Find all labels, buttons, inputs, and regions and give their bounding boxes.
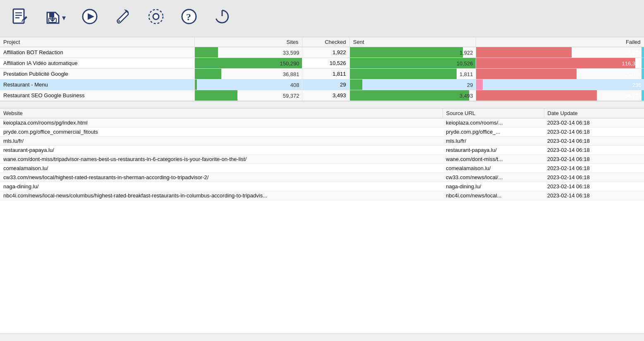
col-header-checked[interactable]: Checked bbox=[302, 37, 350, 47]
source-url-cell: cw33.com/news/local/... bbox=[443, 173, 544, 182]
top-hscrollbar[interactable] bbox=[0, 101, 644, 108]
sent-bar-cell: 3,493 bbox=[350, 90, 476, 101]
col-header-failed[interactable]: Failed bbox=[476, 37, 644, 47]
main-area: Project Sites Checked Sent Failed Affili… bbox=[0, 37, 644, 341]
svg-rect-5 bbox=[49, 12, 54, 17]
col-header-sent[interactable]: Sent bbox=[350, 37, 476, 47]
projects-section: Project Sites Checked Sent Failed Affili… bbox=[0, 37, 644, 101]
sites-bar-cell: 408 bbox=[194, 79, 302, 90]
quit-icon bbox=[213, 8, 231, 28]
project-name-cell: Restaurant SEO Google Business bbox=[0, 90, 194, 101]
tools-button[interactable] bbox=[106, 5, 139, 32]
list-item[interactable]: pryde.com.pg/office_commercial_fitoutspr… bbox=[0, 127, 644, 137]
list-item[interactable]: comealamaison.lu/comealamaison.lu/2023-0… bbox=[0, 164, 644, 173]
website-cell: naga-dining.lu/ bbox=[0, 182, 443, 191]
source-url-cell: naga-dining.lu/ bbox=[443, 182, 544, 191]
list-item[interactable]: keioplaza.com/rooms/pg/index.htmlkeiopla… bbox=[0, 118, 644, 127]
checked-cell: 29 bbox=[302, 79, 350, 90]
svg-point-10 bbox=[153, 14, 159, 19]
list-item[interactable]: cw33.com/news/local/highest-rated-restau… bbox=[0, 173, 644, 182]
col-header-source[interactable]: Source URL bbox=[443, 108, 544, 118]
list-item[interactable]: naga-dining.lu/naga-dining.lu/2023-02-14… bbox=[0, 182, 644, 191]
save-export-icon: ▾ bbox=[44, 9, 66, 26]
date-cell: 2023-02-14 06:18 bbox=[544, 118, 644, 127]
table-row[interactable]: Restaurant - Menu4082929236 bbox=[0, 79, 644, 90]
checked-cell: 10,526 bbox=[302, 58, 350, 69]
source-url-cell: pryde.com.pg/office_... bbox=[443, 127, 544, 137]
new-button[interactable] bbox=[3, 5, 36, 32]
source-url-cell: nbc4i.com/news/local... bbox=[443, 191, 544, 200]
table-row[interactable]: Affiliation BOT Redaction33,5991,9221,92… bbox=[0, 47, 644, 58]
table-row[interactable]: Prestation Publicité Google36,8811,8111,… bbox=[0, 69, 644, 79]
col-header-sites[interactable]: Sites bbox=[194, 37, 302, 47]
sent-bar-cell: 10,526 bbox=[350, 58, 476, 69]
website-cell: comealamaison.lu/ bbox=[0, 164, 443, 173]
tools-icon bbox=[114, 8, 132, 28]
list-item[interactable]: nbc4i.com/news/local-news/columbus/highe… bbox=[0, 191, 644, 200]
source-url-cell: wane.com/dont-miss/t... bbox=[443, 155, 544, 164]
quit-button[interactable] bbox=[206, 5, 239, 32]
options-button[interactable] bbox=[139, 5, 172, 32]
list-item[interactable]: mls.lu/fr/mls.lu/fr/2023-02-14 06:18 bbox=[0, 137, 644, 146]
date-cell: 2023-02-14 06:18 bbox=[544, 182, 644, 191]
table-row[interactable]: Affiliation IA Vidéo automatique150,2901… bbox=[0, 58, 644, 69]
col-header-date[interactable]: Date Update bbox=[544, 108, 644, 118]
source-url-cell: keioplaza.com/rooms/... bbox=[443, 118, 544, 127]
bottom-section: Website Source URL Date Update keioplaza… bbox=[0, 108, 644, 341]
sent-bar-cell: 1,922 bbox=[350, 47, 476, 58]
checked-cell: 1,922 bbox=[302, 47, 350, 58]
date-cell: 2023-02-14 06:18 bbox=[544, 173, 644, 182]
website-cell: cw33.com/news/local/highest-rated-restau… bbox=[0, 173, 443, 182]
date-cell: 2023-02-14 06:18 bbox=[544, 137, 644, 146]
save-export-button[interactable]: ▾ bbox=[36, 7, 73, 31]
toolbar: ▾ bbox=[0, 0, 644, 37]
source-url-cell: mls.lu/fr/ bbox=[443, 137, 544, 146]
failed-bar-cell: 34,774 bbox=[476, 90, 644, 101]
sent-bar-cell: 29 bbox=[350, 79, 476, 90]
website-cell: wane.com/dont-miss/tripadvisor-names-bes… bbox=[0, 155, 443, 164]
svg-point-9 bbox=[118, 20, 120, 22]
date-cell: 2023-02-14 06:18 bbox=[544, 127, 644, 137]
project-name-cell: Affiliation BOT Redaction bbox=[0, 47, 194, 58]
bottom-table-wrap[interactable]: Website Source URL Date Update keioplaza… bbox=[0, 108, 644, 334]
sent-bar-cell: 1,811 bbox=[350, 69, 476, 79]
sites-bar-cell: 150,290 bbox=[194, 58, 302, 69]
sites-bar-cell: 36,881 bbox=[194, 69, 302, 79]
project-name-cell: Restaurant - Menu bbox=[0, 79, 194, 90]
source-url-cell: restaurant-papaya.lu/ bbox=[443, 146, 544, 155]
col-header-project[interactable]: Project bbox=[0, 37, 194, 47]
projects-table: Project Sites Checked Sent Failed Affili… bbox=[0, 37, 644, 101]
date-cell: 2023-02-14 06:18 bbox=[544, 146, 644, 155]
list-item[interactable]: restaurant-papaya.lu/restaurant-papaya.l… bbox=[0, 146, 644, 155]
failed-bar-cell: 25,894 bbox=[476, 69, 644, 79]
source-url-cell: comealamaison.lu/ bbox=[443, 164, 544, 173]
website-cell: mls.lu/fr/ bbox=[0, 137, 443, 146]
options-icon bbox=[147, 8, 165, 28]
start-icon bbox=[81, 8, 98, 28]
bottom-hscrollbar[interactable] bbox=[0, 334, 644, 341]
svg-text:?: ? bbox=[186, 12, 191, 22]
help-button[interactable]: ? bbox=[172, 5, 206, 32]
sites-bar-cell: 33,599 bbox=[194, 47, 302, 58]
table-row[interactable]: Restaurant SEO Google Business59,3723,49… bbox=[0, 90, 644, 101]
checked-cell: 1,811 bbox=[302, 69, 350, 79]
project-name-cell: Prestation Publicité Google bbox=[0, 69, 194, 79]
bottom-table: Website Source URL Date Update keioplaza… bbox=[0, 108, 644, 200]
start-button[interactable] bbox=[73, 5, 106, 32]
date-cell: 2023-02-14 06:18 bbox=[544, 191, 644, 200]
date-cell: 2023-02-14 06:18 bbox=[544, 164, 644, 173]
website-cell: keioplaza.com/rooms/pg/index.html bbox=[0, 118, 443, 127]
new-icon bbox=[11, 8, 29, 28]
col-header-website[interactable]: Website bbox=[0, 108, 443, 118]
website-cell: pryde.com.pg/office_commercial_fitouts bbox=[0, 127, 443, 137]
project-name-cell: Affiliation IA Vidéo automatique bbox=[0, 58, 194, 69]
list-item[interactable]: wane.com/dont-miss/tripadvisor-names-bes… bbox=[0, 155, 644, 164]
failed-bar-cell: 116,384 bbox=[476, 58, 644, 69]
failed-bar-cell: 23,276 bbox=[476, 47, 644, 58]
website-cell: nbc4i.com/news/local-news/columbus/highe… bbox=[0, 191, 443, 200]
sites-bar-cell: 59,372 bbox=[194, 90, 302, 101]
help-icon: ? bbox=[180, 8, 198, 28]
date-cell: 2023-02-14 06:18 bbox=[544, 155, 644, 164]
checked-cell: 3,493 bbox=[302, 90, 350, 101]
failed-bar-cell: 236 bbox=[476, 79, 644, 90]
